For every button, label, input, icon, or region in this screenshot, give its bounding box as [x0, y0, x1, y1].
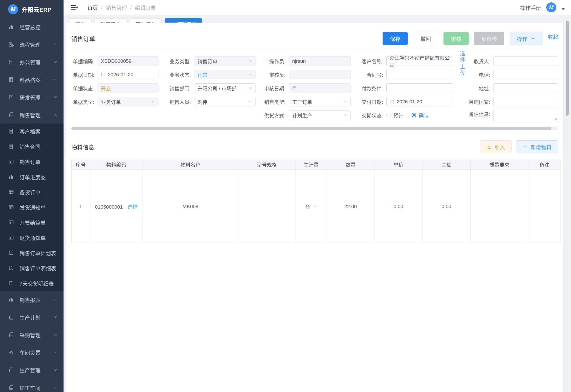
manual-link[interactable]: 操作手册	[520, 4, 541, 11]
consignee-input[interactable]	[494, 56, 558, 66]
materials-header: 物料信息 引入 新增物料	[71, 140, 558, 153]
top-header: 首页 / 销售管理 / 编辑订单 操作手册 M	[63, 0, 571, 15]
biz-type-field: 业务类型: 销售订单	[165, 54, 262, 68]
column-header: 主计量	[296, 159, 327, 170]
sales-type-select[interactable]: 工厂订单	[289, 97, 351, 106]
radio-circle-icon	[412, 113, 416, 117]
user-avatar[interactable]: M	[546, 2, 556, 12]
sidebar-item[interactable]: 办公管理	[0, 53, 63, 71]
chevron-down-icon	[313, 205, 317, 208]
horizontal-scrollbar-thumb[interactable]	[71, 127, 552, 130]
sales-person-select[interactable]: 刘伟	[194, 97, 255, 106]
supply-mode-select[interactable]: 计划生产	[289, 111, 351, 120]
sidebar-subitem[interactable]: 备货订单	[0, 184, 63, 200]
vertical-scrollbar-thumb[interactable]	[566, 21, 569, 116]
chevron-down-icon	[54, 386, 57, 389]
sidebar-item[interactable]: 加工车间	[0, 379, 63, 392]
delivery-date-input[interactable]: 2026-01-20	[386, 97, 453, 106]
biz-type-select: 销售订单	[194, 56, 255, 66]
sidebar-item[interactable]: 采购管理	[0, 326, 63, 344]
radio-estimated[interactable]: 预计	[386, 112, 404, 119]
doc-date-input[interactable]: 2026-01-20	[98, 70, 158, 79]
sales-dept-select[interactable]: 升阳公司 / 市场部	[194, 84, 255, 93]
sidebar-item[interactable]: 料品档案	[0, 71, 63, 88]
sales-type-field: 销售类型: 工厂订单	[262, 95, 357, 108]
breadcrumb-sales: 销售管理	[106, 4, 127, 11]
sidebar-item[interactable]: 车间设置	[0, 344, 63, 361]
payment-terms-input[interactable]	[386, 84, 453, 93]
sidebar-item[interactable]: 生产管理	[0, 361, 63, 379]
phone-field: 电话:	[464, 68, 558, 81]
sidebar-item[interactable]: 生产计划	[0, 308, 63, 326]
select-material-link[interactable]: 选择	[128, 204, 137, 210]
sidebar-subitem[interactable]: 客户档案	[0, 124, 63, 139]
horizontal-scrollbar[interactable]	[71, 127, 558, 130]
resize-grip-icon[interactable]	[554, 118, 557, 121]
audit-date-field: 审核日期:	[262, 81, 357, 95]
add-material-button[interactable]: 新增物料	[516, 140, 558, 153]
remark-textarea[interactable]	[494, 109, 558, 122]
sidebar-item[interactable]: 销售报表	[0, 291, 63, 308]
address-input[interactable]	[494, 84, 558, 93]
doc-code-input: XSDD000059	[98, 56, 158, 66]
chevron-down-icon	[54, 42, 57, 46]
chevron-down-icon	[54, 60, 57, 64]
sidebar-subitem[interactable]: 销售合同	[0, 139, 63, 154]
sidebar-item[interactable]: 流程管理	[0, 36, 63, 53]
delivery-date-field: 交付日期: 2026-01-20	[357, 95, 464, 108]
bar-chart-icon	[8, 296, 14, 303]
app-title: 升阳云ERP	[22, 5, 51, 14]
pages-icon	[8, 384, 14, 391]
pages-icon	[8, 367, 14, 373]
sidebar-item[interactable]: 销售管理	[0, 106, 63, 124]
sidebar-subitem[interactable]: 销售订单明细表	[0, 260, 63, 276]
sidebar-subitem[interactable]: 订单进度图	[0, 169, 63, 184]
column-header: 备注	[528, 159, 560, 170]
save-button[interactable]: 保存	[383, 32, 408, 45]
withdraw-button[interactable]: 撤回	[413, 32, 438, 45]
payment-terms-field: 付款条件:	[357, 81, 464, 95]
unit-select[interactable]: 台	[305, 203, 317, 210]
breadcrumb: 首页 / 销售管理 / 编辑订单	[87, 4, 156, 11]
unaudit-button: 反审核	[474, 32, 504, 45]
order-form: 单据编码: XSDD000059 单据日期: 2026-01-20 单据状态: …	[71, 49, 558, 122]
pages-icon	[8, 332, 14, 338]
import-button[interactable]: 引入	[480, 140, 512, 153]
operations-dropdown-button[interactable]: 操作	[510, 32, 542, 45]
sidebar-subitem[interactable]: 7天交货明细表	[0, 276, 63, 291]
pages-icon	[8, 314, 14, 320]
upload-link[interactable]: 上传	[459, 64, 465, 76]
select-customer-link[interactable]: 选择	[459, 51, 465, 63]
chevron-down-icon	[54, 315, 57, 319]
file-edit-icon	[8, 143, 14, 149]
user-menu-caret-icon[interactable]	[561, 8, 565, 10]
radio-confirmed[interactable]: 确认	[412, 112, 429, 119]
download-icon	[487, 144, 492, 149]
doc-code-field: 单据编码: XSDD000059	[71, 54, 165, 68]
sidebar-item[interactable]: 经营总控	[0, 18, 63, 36]
customer-input[interactable]: 浙江裕兴不动产经纪有限公司	[386, 56, 453, 66]
sidebar: M 升阳云ERP 经营总控 流程管理	[0, 0, 63, 392]
sidebar-subitem[interactable]: 销售订单	[0, 154, 63, 169]
sidebar-subitem[interactable]: 退货通知单	[0, 230, 63, 245]
phone-input[interactable]	[494, 70, 558, 79]
dest-country-input[interactable]	[494, 97, 558, 106]
breadcrumb-home[interactable]: 首页	[87, 4, 98, 11]
sidebar-subitem[interactable]: 销售订单计划表	[0, 245, 63, 260]
pages-icon	[8, 112, 14, 118]
sidebar-subitem[interactable]: 发货通知单	[0, 200, 63, 215]
contract-no-input[interactable]	[386, 70, 453, 79]
cell-remark	[528, 170, 560, 243]
grid-icon	[8, 219, 14, 225]
sidebar-subitem[interactable]: 开票结算单	[0, 215, 63, 230]
delivery-status-field: 交期状态: 预计 确认	[357, 108, 464, 122]
sidebar-item[interactable]: 研发管理	[0, 88, 63, 106]
vertical-scrollbar[interactable]	[565, 15, 569, 392]
breadcrumb-current: 编辑订单	[135, 4, 156, 11]
collapse-panel-link[interactable]: 收起	[548, 33, 558, 40]
sidebar-fold-icon[interactable]	[71, 4, 78, 11]
column-header: 数量	[327, 159, 375, 170]
cell-seq: 1	[72, 170, 90, 243]
logo-icon: M	[8, 4, 18, 14]
sidebar-menu-bottom: 销售报表 生产计划 采购管理	[0, 291, 63, 392]
